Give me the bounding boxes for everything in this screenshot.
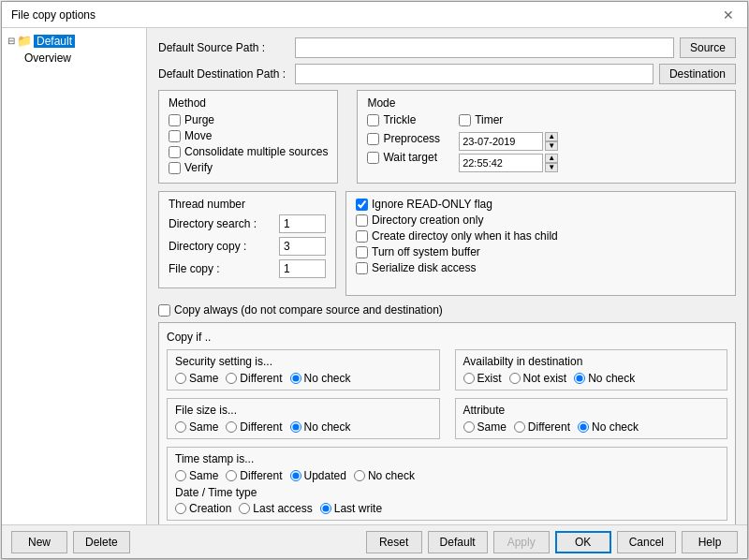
destination-button[interactable]: Destination — [659, 64, 736, 84]
preprocess-checkbox[interactable] — [367, 133, 379, 145]
cancel-button[interactable]: Cancel — [617, 531, 676, 553]
copy-if-section: Copy if .. Security setting is... Same — [158, 322, 736, 524]
turn-off-buffer-checkbox[interactable] — [356, 246, 368, 258]
date-down-button[interactable]: ▼ — [545, 141, 558, 151]
trickle-checkbox[interactable] — [367, 114, 379, 126]
ts-same-radio[interactable] — [175, 470, 186, 481]
dir-creation-checkbox[interactable] — [356, 214, 368, 227]
avail-exist-item: Exist — [463, 372, 502, 385]
dt-lastaccess-radio[interactable] — [239, 503, 250, 514]
dt-lastaccess-label: Last access — [253, 502, 312, 515]
file-copy-input[interactable] — [279, 259, 326, 278]
attr-nocheck-radio[interactable] — [578, 421, 589, 433]
avail-exist-radio[interactable] — [463, 373, 475, 384]
default-button[interactable]: Default — [428, 531, 488, 553]
ts-different-radio[interactable] — [226, 470, 237, 481]
trickle-label: Trickle — [383, 113, 416, 126]
filesize-group: File size is... Same Different — [167, 398, 440, 439]
content-area: ⊟ 📁 Default Overview Default Source Path… — [2, 28, 747, 524]
mode-preprocess-row: Preprocess — [367, 132, 440, 145]
filesize-title: File size is... — [175, 404, 432, 417]
source-path-input[interactable] — [295, 37, 674, 58]
source-path-row: Default Source Path : Source — [158, 37, 736, 58]
source-button[interactable]: Source — [680, 37, 736, 58]
reset-button[interactable]: Reset — [366, 531, 422, 553]
ignore-readonly-checkbox[interactable] — [356, 199, 368, 211]
sidebar-item-overview[interactable]: Overview — [6, 50, 142, 66]
mode-section: Mode Trickle Preprocess — [357, 90, 736, 184]
source-path-label: Default Source Path : — [158, 41, 289, 54]
verify-label: Verify — [184, 161, 213, 174]
filesize-same-radio[interactable] — [175, 421, 186, 433]
sidebar-root-label: Default — [34, 35, 75, 48]
attr-same-radio[interactable] — [463, 421, 475, 433]
apply-button[interactable]: Apply — [493, 531, 550, 553]
timer-checkbox[interactable] — [459, 114, 471, 126]
timestamp-title: Time stamp is... — [175, 452, 719, 465]
ok-button[interactable]: OK — [555, 531, 611, 553]
copy-always-checkbox[interactable] — [158, 304, 170, 317]
attribute-title: Attribute — [463, 404, 720, 417]
mode-title: Mode — [367, 96, 726, 110]
main-panel: Default Source Path : Source Default Des… — [147, 28, 747, 524]
security-same-radio[interactable] — [175, 373, 186, 384]
security-different-label: Different — [240, 372, 282, 385]
title-bar: File copy options ✕ — [2, 2, 747, 28]
verify-checkbox[interactable] — [169, 162, 181, 174]
waittarget-checkbox[interactable] — [367, 152, 379, 164]
date-input[interactable] — [459, 132, 543, 151]
time-down-button[interactable]: ▼ — [545, 163, 558, 172]
create-dir-child-checkbox[interactable] — [356, 230, 368, 243]
time-input[interactable] — [459, 154, 543, 172]
flags-section: Ignore READ-ONLY flag Directory creation… — [345, 191, 736, 296]
waittarget-label: Wait target — [383, 151, 437, 164]
security-same-item: Same — [175, 372, 218, 385]
dir-search-input[interactable] — [279, 214, 326, 233]
security-different-radio[interactable] — [226, 373, 237, 384]
avail-notexist-label: Not exist — [523, 372, 567, 385]
avail-nocheck-radio[interactable] — [574, 373, 585, 384]
close-button[interactable]: ✕ — [719, 7, 738, 22]
destination-path-input[interactable] — [295, 64, 654, 84]
filesize-same-label: Same — [189, 420, 218, 434]
time-up-button[interactable]: ▲ — [545, 154, 558, 163]
availability-title: Availabilty in destination — [463, 355, 720, 368]
file-copy-row: File copy : — [169, 259, 326, 278]
destination-path-label: Default Destination Path : — [158, 67, 289, 81]
availability-group: Availabilty in destination Exist Not exi… — [455, 349, 728, 391]
sidebar-item-default[interactable]: ⊟ 📁 Default — [6, 32, 142, 50]
attr-different-radio[interactable] — [514, 421, 525, 433]
filesize-different-radio[interactable] — [226, 421, 237, 433]
ts-nocheck-label: No check — [368, 469, 415, 482]
filesize-nocheck-radio[interactable] — [290, 421, 301, 433]
help-button[interactable]: Help — [682, 531, 738, 553]
purge-checkbox[interactable] — [169, 114, 181, 126]
ts-nocheck-item: No check — [354, 469, 415, 482]
attr-nocheck-label: No check — [592, 420, 639, 434]
copy-always-row: Copy always (do not compare source and d… — [158, 303, 736, 317]
consolidate-checkbox[interactable] — [169, 146, 181, 158]
ts-updated-radio[interactable] — [290, 470, 301, 481]
new-button[interactable]: New — [11, 531, 67, 553]
move-checkbox[interactable] — [169, 130, 181, 142]
copy-if-grid: Security setting is... Same Different — [167, 349, 727, 521]
attr-different-label: Different — [528, 420, 570, 434]
ts-nocheck-radio[interactable] — [354, 470, 365, 481]
mode-waittarget-row: Wait target — [367, 151, 440, 164]
serialize-disk-checkbox[interactable] — [356, 262, 368, 274]
serialize-disk-row: Serialize disk access — [356, 261, 726, 274]
avail-nocheck-label: No check — [588, 372, 635, 385]
security-nocheck-radio[interactable] — [290, 373, 301, 384]
dt-creation-item: Creation — [175, 502, 231, 515]
dt-lastwrite-radio[interactable] — [320, 503, 331, 514]
dir-copy-label: Directory copy : — [169, 240, 272, 253]
avail-nocheck-item: No check — [574, 372, 635, 385]
dt-creation-radio[interactable] — [175, 503, 186, 514]
dt-lastaccess-item: Last access — [239, 502, 312, 515]
security-title: Security setting is... — [175, 355, 432, 368]
date-up-button[interactable]: ▲ — [545, 132, 558, 141]
avail-notexist-radio[interactable] — [509, 373, 521, 384]
delete-button[interactable]: Delete — [73, 531, 130, 553]
dir-copy-input[interactable] — [279, 237, 326, 256]
filesize-radio-row: Same Different No check — [175, 420, 432, 434]
